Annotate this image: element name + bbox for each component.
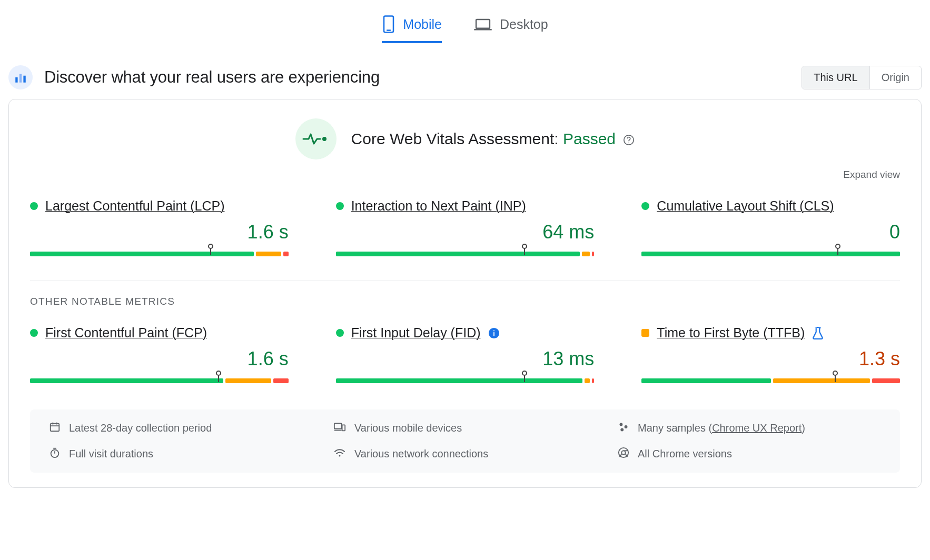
percentile-marker	[216, 371, 221, 382]
distribution-bar	[30, 378, 289, 383]
scope-this-url[interactable]: This URL	[802, 66, 869, 89]
metric-name-link[interactable]: First Contentful Paint (FCP)	[45, 325, 207, 341]
distribution-bar	[641, 252, 900, 256]
footer-period: Latest 28-day collection period	[49, 421, 312, 435]
metric-cls: Cumulative Layout Shift (CLS)0	[641, 198, 900, 256]
help-icon[interactable]	[623, 134, 635, 146]
metric-name-link[interactable]: Interaction to Next Paint (INP)	[351, 198, 526, 214]
svg-rect-18	[334, 424, 342, 429]
metric-fcp: First Contentful Paint (FCP)1.6 s	[30, 325, 289, 383]
svg-rect-12	[493, 330, 494, 331]
svg-point-24	[51, 450, 59, 458]
svg-point-9	[629, 143, 629, 143]
footer-chrome: All Chrome versions	[618, 447, 881, 461]
laptop-icon	[473, 17, 492, 32]
percentile-marker	[835, 244, 840, 255]
device-tabs: Mobile Desktop	[8, 0, 922, 48]
svg-line-13	[815, 327, 821, 328]
status-dot	[641, 329, 649, 337]
tab-label: Desktop	[500, 17, 548, 32]
svg-point-7	[322, 137, 327, 141]
svg-point-23	[620, 428, 624, 432]
wifi-icon	[333, 447, 346, 461]
footer-durations: Full visit durations	[49, 447, 312, 461]
distribution-bar	[336, 378, 595, 383]
distribution-bar	[30, 252, 289, 256]
samples-icon	[618, 421, 629, 435]
metric-value: 0	[641, 221, 900, 243]
tab-label: Mobile	[403, 17, 442, 32]
other-metrics-heading: OTHER NOTABLE METRICS	[30, 296, 900, 307]
stopwatch-icon	[49, 447, 61, 461]
chrome-icon	[618, 447, 629, 461]
percentile-marker	[833, 371, 838, 382]
metric-name-link[interactable]: Time to First Byte (TTFB)	[657, 325, 805, 341]
cwv-card: Core Web Vitals Assessment: Passed Expan…	[8, 99, 922, 488]
phone-icon	[382, 15, 395, 34]
svg-point-27	[339, 455, 341, 457]
footer-samples: Many samples (Chrome UX Report)	[618, 421, 881, 435]
status-dot	[30, 202, 38, 210]
header-row: Discover what your real users are experi…	[8, 48, 922, 99]
tab-mobile[interactable]: Mobile	[382, 15, 442, 43]
crux-icon	[8, 65, 33, 89]
status-dot	[30, 329, 38, 337]
info-icon[interactable]	[488, 327, 500, 339]
flask-icon	[812, 327, 824, 339]
metric-value: 1.3 s	[641, 348, 900, 370]
svg-rect-5	[19, 74, 22, 83]
metric-value: 13 ms	[336, 348, 595, 370]
assessment-label: Core Web Vitals Assessment:	[351, 130, 559, 147]
svg-point-29	[621, 451, 625, 454]
svg-rect-4	[15, 77, 17, 83]
core-metrics-grid: Largest Contentful Paint (LCP)1.6 s Inte…	[30, 198, 900, 256]
svg-point-22	[625, 425, 628, 428]
metric-name-link[interactable]: First Input Delay (FID)	[351, 325, 481, 341]
metric-name-link[interactable]: Largest Contentful Paint (LCP)	[45, 198, 224, 214]
footer-strip: Latest 28-day collection period Various …	[30, 409, 900, 473]
status-dot	[336, 329, 344, 337]
svg-rect-20	[342, 425, 345, 431]
devices-icon	[333, 421, 346, 435]
metric-value: 1.6 s	[30, 348, 289, 370]
percentile-marker	[522, 371, 527, 382]
scope-toggle: This URL Origin	[802, 66, 922, 89]
distribution-bar	[336, 252, 595, 256]
footer-network: Various network connections	[333, 447, 597, 461]
svg-rect-11	[493, 332, 494, 336]
metric-value: 64 ms	[336, 221, 595, 243]
other-metrics-grid: First Contentful Paint (FCP)1.6 s First …	[30, 325, 900, 383]
percentile-marker	[208, 244, 213, 255]
tab-desktop[interactable]: Desktop	[473, 15, 548, 43]
metric-inp: Interaction to Next Paint (INP)64 ms	[336, 198, 595, 256]
svg-rect-6	[23, 76, 25, 83]
assessment-status: Passed	[563, 130, 616, 147]
metric-name-link[interactable]: Cumulative Layout Shift (CLS)	[657, 198, 834, 214]
distribution-bar	[641, 378, 900, 383]
status-dot	[641, 202, 649, 210]
page-title: Discover what your real users are experi…	[44, 68, 380, 87]
svg-point-21	[619, 423, 622, 426]
metric-ttfb: Time to First Byte (TTFB)1.3 s	[641, 325, 900, 383]
metric-lcp: Largest Contentful Paint (LCP)1.6 s	[30, 198, 289, 256]
svg-rect-14	[51, 424, 60, 432]
metric-value: 1.6 s	[30, 221, 289, 243]
divider	[30, 281, 900, 281]
status-dot	[336, 202, 344, 210]
svg-rect-2	[476, 19, 490, 28]
expand-view-link[interactable]: Expand view	[30, 169, 900, 181]
metric-fid: First Input Delay (FID)13 ms	[336, 325, 595, 383]
vitals-pulse-icon	[295, 118, 337, 159]
chrome-ux-report-link[interactable]: Chrome UX Report	[712, 422, 802, 434]
percentile-marker	[522, 244, 527, 255]
footer-devices: Various mobile devices	[333, 421, 597, 435]
scope-origin[interactable]: Origin	[869, 66, 921, 89]
calendar-icon	[49, 421, 61, 435]
assessment-row: Core Web Vitals Assessment: Passed	[30, 118, 900, 159]
